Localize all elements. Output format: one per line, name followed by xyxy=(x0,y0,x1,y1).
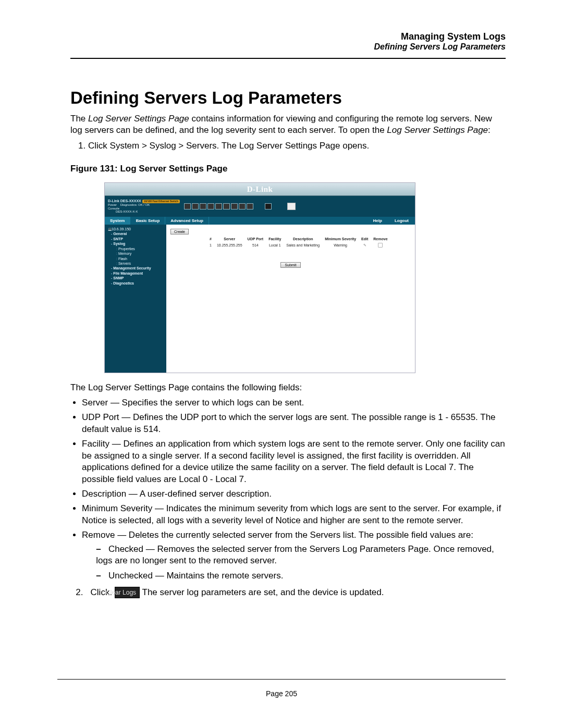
cell-remove[interactable] xyxy=(371,241,390,250)
col-description: Description xyxy=(284,237,322,241)
figure-device-tag: 10/100 Fast Ethernet Switch xyxy=(142,200,180,204)
col--: # xyxy=(207,237,214,241)
figure-mode-bar: System Basic Setup Advanced Setup Help L… xyxy=(105,217,415,225)
field-desc: . xyxy=(244,474,247,484)
sidebar-item-syslog[interactable]: Syslog xyxy=(108,241,164,246)
port-icon xyxy=(287,203,296,210)
sidebar-root[interactable]: 10.6.39.150 xyxy=(108,227,164,231)
page-number: Page 205 xyxy=(0,689,563,698)
field-name: Minimum Severity xyxy=(82,503,152,513)
col-minimum-severity: Minimum Severity xyxy=(322,237,359,241)
steps-list: Click System > Syslog > Servers. The Log… xyxy=(70,141,506,151)
field-minsev-notice-2: Notice xyxy=(275,515,300,525)
table-row: 1 10.255.255.255 514 Local 1 Sales and M… xyxy=(207,241,390,250)
field-desc: is selected, all logs with a severity le… xyxy=(107,515,275,525)
figure-device-panel: D-Link DES-XXXXX 10/100 Fast Ethernet Sw… xyxy=(105,196,415,217)
field-desc: — Indicates the minimum severity from wh… xyxy=(152,503,501,513)
clear-logs-button[interactable]: Clear Logs xyxy=(115,587,140,598)
figure-device-name-text: D-Link DES-XXXXX xyxy=(108,199,141,203)
port-icon xyxy=(223,203,230,209)
figure-device-info: D-Link DES-XXXXX 10/100 Fast Ethernet Sw… xyxy=(108,199,181,214)
sidebar-item-snmp[interactable]: SNMP xyxy=(108,276,164,280)
remove-value-checked: Checked — Removes the selected server fr… xyxy=(96,544,506,567)
col-edit: Edit xyxy=(359,237,371,241)
port-icon xyxy=(265,203,272,209)
figure-device-name: D-Link DES-XXXXX 10/100 Fast Ethernet Sw… xyxy=(108,199,181,204)
sidebar-item-diagnostics[interactable]: Diagnostics xyxy=(108,281,164,286)
intro-page-ref-2: Log Server Settings Page xyxy=(387,125,488,135)
running-header: Managing System Logs Defining Servers Lo… xyxy=(70,31,506,52)
cell-udp-port: 514 xyxy=(245,241,266,250)
running-header-subtitle: Defining Servers Log Parameters xyxy=(70,42,506,52)
field-name: Facility xyxy=(82,439,109,449)
sidebar-item-flash[interactable]: Flash xyxy=(108,256,164,261)
mode-tab-advanced[interactable]: Advanced Setup xyxy=(165,217,209,225)
cell-min-severity: Warning xyxy=(322,241,359,250)
submit-button[interactable]: Submit xyxy=(280,262,301,268)
remove-checked-page-ref: Servers Log Parameters Page xyxy=(309,544,429,554)
intro-text: The xyxy=(70,114,88,124)
figure-caption: Figure 131: Log Server Settings Page xyxy=(70,164,506,174)
mode-link-help[interactable]: Help xyxy=(367,217,388,225)
servers-table: #ServerUDP PortFacilityDescriptionMinimu… xyxy=(207,237,390,250)
remove-checkbox[interactable] xyxy=(378,243,383,248)
field-remove-values: Checked — Removes the selected server fr… xyxy=(82,544,506,582)
intro-page-ref-1: Log Server Settings Page xyxy=(88,114,189,124)
step-1-text: . The xyxy=(217,141,239,151)
cell-facility: Local 1 xyxy=(266,241,284,250)
figure-brand-bar: D-Link xyxy=(105,183,415,196)
fields-lead-page-ref: Log Server Settings Page xyxy=(88,382,189,392)
field-min-severity: Minimum Severity — Indicates the minimum… xyxy=(82,503,506,526)
mode-link-logout[interactable]: Logout xyxy=(388,217,415,225)
sidebar-item-sntp[interactable]: SNTP xyxy=(108,237,164,241)
running-header-title: Managing System Logs xyxy=(70,31,506,42)
mode-tab-basic[interactable]: Basic Setup xyxy=(130,217,165,225)
step-1-text: Click xyxy=(88,141,110,151)
remove-unchecked-label: Unchecked xyxy=(108,571,153,581)
figure-main-panel: Create #ServerUDP PortFacilityDescriptio… xyxy=(166,225,415,373)
field-facility: Facility — Defines an application from w… xyxy=(82,438,506,485)
header-rule xyxy=(70,58,506,59)
col-facility: Facility xyxy=(266,237,284,241)
cell-edit[interactable] xyxy=(359,241,371,250)
sidebar-item-management-security[interactable]: Management Security xyxy=(108,266,164,270)
field-remove: Remove — Deletes the currently selected … xyxy=(82,529,506,582)
port-icon xyxy=(247,203,253,209)
port-icon xyxy=(215,203,222,209)
fields-lead: The Log Server Settings Page contains th… xyxy=(70,382,506,393)
field-name: Remove xyxy=(82,530,115,540)
field-udp-port: UDP Port — Defines the UDP port to which… xyxy=(82,412,506,435)
field-server: Server — Specifies the server to which l… xyxy=(82,397,506,409)
fields-list: Server — Specifies the server to which l… xyxy=(70,397,506,582)
figure-port-bank xyxy=(184,203,253,209)
fields-lead-text: The xyxy=(70,382,88,392)
edit-icon[interactable] xyxy=(363,243,366,247)
remove-checked-label: Checked xyxy=(108,544,143,554)
sidebar-item-file-management[interactable]: File Management xyxy=(108,271,164,276)
figure-device-lines: Power Diagnostics: OK / OK Console DES-X… xyxy=(108,203,181,214)
sidebar-item-servers[interactable]: Servers xyxy=(108,261,164,266)
field-description: Description — A user-defined server desc… xyxy=(82,488,506,500)
step-2-number: 2. xyxy=(76,587,83,597)
sidebar-item-general[interactable]: General xyxy=(108,231,164,236)
sidebar-item-properties[interactable]: Properties xyxy=(108,246,164,251)
page-title: Defining Servers Log Parameters xyxy=(70,88,506,108)
remove-unchecked-desc: — Maintains the remote servers. xyxy=(153,571,283,581)
sidebar-item-memory[interactable]: Memory xyxy=(108,251,164,256)
figure-sidebar: 10.6.39.150 GeneralSNTPSyslogPropertiesM… xyxy=(105,225,166,373)
field-facility-range: Local 0 - Local 7 xyxy=(179,474,244,484)
step-2-text: The server log parameters are set, and t… xyxy=(142,587,384,597)
field-desc: — Defines an application from which syst… xyxy=(82,439,505,484)
port-icon xyxy=(200,203,206,209)
cell-index: 1 xyxy=(207,241,214,250)
col-udp-port: UDP Port xyxy=(245,237,266,241)
port-icon xyxy=(192,203,199,209)
step-1-path: System > Syslog > Servers xyxy=(110,141,217,151)
intro-paragraph: The Log Server Settings Page contains in… xyxy=(70,113,506,137)
port-icon xyxy=(239,203,246,209)
port-icon xyxy=(207,203,214,209)
create-button[interactable]: Create xyxy=(170,229,189,235)
mode-tab-system[interactable]: System xyxy=(105,217,130,225)
field-minsev-notice-1: Notice xyxy=(82,515,107,525)
cell-description: Sales and Marketing xyxy=(284,241,322,250)
